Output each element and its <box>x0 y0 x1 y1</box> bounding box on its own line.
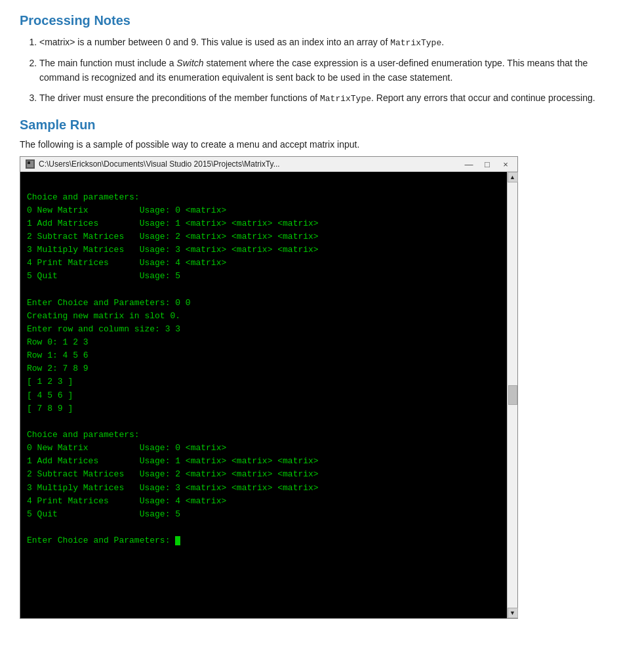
note1-code: MatrixType <box>390 38 441 48</box>
terminal-line-5: 3 Multiply Matrices Usage: 3 <matrix> <m… <box>27 245 319 255</box>
terminal-line-1: Choice and parameters: <box>27 192 140 202</box>
processing-notes-title: Processing Notes <box>20 13 620 28</box>
terminal-line-24: Enter Choice and Parameters: <box>27 536 180 545</box>
sample-run-description: The following is a sample of possible wa… <box>20 139 620 150</box>
note3-text2: . Report any errors that occur and conti… <box>371 93 595 103</box>
terminal-line-21: 3 Multiply Matrices Usage: 3 <matrix> <m… <box>27 483 319 493</box>
terminal-line-18: 0 New Matrix Usage: 0 <matrix> <box>27 443 226 453</box>
terminal-cursor <box>175 536 180 545</box>
terminal-line-8: Enter Choice and Parameters: 0 0 <box>27 298 191 308</box>
window-titlebar: C:\Users\Erickson\Documents\Visual Studi… <box>20 157 517 172</box>
maximize-button[interactable]: □ <box>481 160 494 169</box>
note1-period: . <box>441 37 444 47</box>
terminal-line-16: [ 7 8 9 ] <box>27 404 73 413</box>
terminal-line-13: Row 2: 7 8 9 <box>27 364 89 373</box>
terminal-line-10: Enter row and column size: 3 3 <box>27 324 180 334</box>
note3-code: MatrixType <box>320 94 371 104</box>
window-controls[interactable]: — □ × <box>462 160 512 169</box>
terminal-line-11: Row 0: 1 2 3 <box>27 337 89 347</box>
terminal-line-14: [ 1 2 3 ] <box>27 377 73 387</box>
terminal-line-3: 1 Add Matrices Usage: 1 <matrix> <matrix… <box>27 219 319 228</box>
processing-note-item-1: <matrix> is a number between 0 and 9. Th… <box>39 35 620 51</box>
titlebar-left: C:\Users\Erickson\Documents\Visual Studi… <box>26 159 280 169</box>
processing-notes-list: <matrix> is a number between 0 and 9. Th… <box>39 35 620 106</box>
processing-note-item-2: The main function must include a Switch … <box>39 56 620 85</box>
terminal-line-2: 0 New Matrix Usage: 0 <matrix> <box>27 205 226 215</box>
close-button[interactable]: × <box>499 160 512 169</box>
window-app-icon <box>26 159 35 169</box>
terminal-line-17: Choice and parameters: <box>27 430 140 440</box>
processing-note-item-3: The driver must ensure the preconditions… <box>39 91 620 106</box>
window-title: C:\Users\Erickson\Documents\Visual Studi… <box>39 159 280 169</box>
terminal-line-6: 4 Print Matrices Usage: 4 <matrix> <box>27 258 226 268</box>
terminal-line-22: 4 Print Matrices Usage: 4 <matrix> <box>27 496 226 506</box>
terminal-line-12: Row 1: 4 5 6 <box>27 350 89 360</box>
terminal-window: C:\Users\Erickson\Documents\Visual Studi… <box>20 156 518 619</box>
terminal-line-9: Creating new matrix in slot 0. <box>27 311 180 321</box>
note3-text1: The driver must ensure the preconditions… <box>39 93 320 103</box>
terminal-line-7: 5 Quit Usage: 5 <box>27 271 180 281</box>
note2-text1: The main function must include a Switch … <box>39 58 588 83</box>
terminal-line-15: [ 4 5 6 ] <box>27 390 73 400</box>
sample-run-title: Sample Run <box>20 117 620 133</box>
sample-run-section: Sample Run The following is a sample of … <box>20 117 620 619</box>
terminal-line-19: 1 Add Matrices Usage: 1 <matrix> <matrix… <box>27 456 319 466</box>
svg-rect-2 <box>28 161 30 164</box>
scrollbar[interactable]: ▲ ▼ <box>507 172 517 618</box>
terminal-line-23: 5 Quit Usage: 5 <box>27 509 180 519</box>
terminal-output: Choice and parameters: 0 New Matrix Usag… <box>20 172 507 618</box>
window-body: Choice and parameters: 0 New Matrix Usag… <box>20 172 517 618</box>
scrollbar-thumb[interactable] <box>508 385 517 405</box>
terminal-line-4: 2 Subtract Matrices Usage: 2 <matrix> <m… <box>27 232 319 242</box>
note1-text: <matrix> is a number between 0 and 9. Th… <box>39 37 390 47</box>
scroll-up-arrow[interactable]: ▲ <box>508 172 518 182</box>
scroll-down-arrow[interactable]: ▼ <box>508 608 518 618</box>
minimize-button[interactable]: — <box>462 160 475 169</box>
terminal-line-20: 2 Subtract Matrices Usage: 2 <matrix> <m… <box>27 469 319 479</box>
